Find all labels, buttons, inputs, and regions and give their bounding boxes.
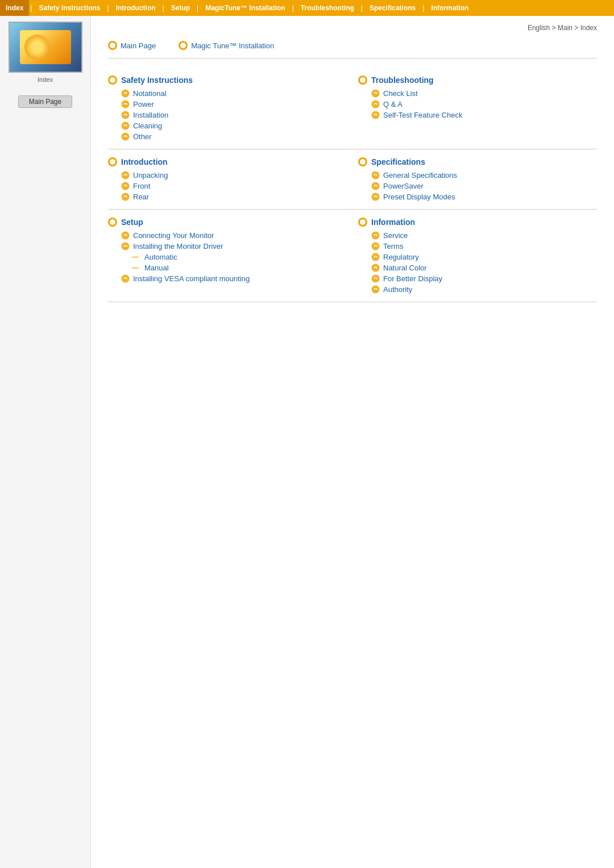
sub-item-2-1[interactable]: Front [121, 181, 335, 190]
top-link-main-page-label: Main Page [121, 41, 156, 50]
nav-sep-3: | [161, 4, 165, 12]
nav-bar: Index | Safety Instructions | Introducti… [0, 0, 614, 16]
magictune-circle-icon [179, 41, 188, 50]
arrow-icon-0-0 [121, 89, 130, 98]
sub-item-label-5-2: Regulatory [383, 253, 419, 261]
nav-item-setup[interactable]: Setup [165, 0, 196, 16]
svg-point-9 [121, 182, 129, 190]
section-block-5: Information Service Terms Regulatory Nat… [352, 210, 597, 302]
arrow-icon-5-3 [371, 263, 380, 272]
arrow-icon-2-0 [121, 170, 130, 180]
sub-item-label-5-0: Service [383, 231, 408, 240]
section-title-text-2: Introduction [121, 157, 168, 166]
sub-item-0-2[interactable]: Installation [121, 110, 335, 119]
svg-point-12 [371, 182, 379, 190]
section-block-4: Setup Connecting Your Monitor Installing… [108, 210, 352, 302]
sub-item-5-5[interactable]: Authority [371, 285, 591, 294]
svg-point-20 [371, 264, 379, 272]
sub-item-5-3[interactable]: Natural Color [371, 263, 591, 272]
arrow-icon-5-4 [371, 274, 380, 283]
top-link-magictune-label: Magic Tune™ Installation [191, 41, 274, 50]
sub-item-0-3[interactable]: Cleaning [121, 121, 335, 130]
section-circle-icon-1 [358, 76, 367, 85]
sub-item-label-0-1: Power [133, 100, 154, 108]
sub-item-label-3-1: PowerSaver [383, 182, 424, 190]
section-title-0[interactable]: Safety Instructions [108, 76, 335, 85]
sub-item-label-4-0: Connecting Your Monitor [133, 231, 214, 240]
top-link-main-page[interactable]: Main Page [108, 41, 156, 50]
nav-item-info[interactable]: Information [425, 0, 474, 16]
section-title-2[interactable]: Introduction [108, 157, 335, 166]
nav-item-index[interactable]: Index [0, 0, 29, 16]
svg-point-1 [121, 100, 129, 108]
sub-item-5-4[interactable]: For Better Display [371, 274, 591, 283]
sub-items-1: Check List Q & A Self-Test Feature Check [371, 89, 591, 119]
sub-item-5-0[interactable]: Service [371, 231, 591, 240]
nav-item-magictune[interactable]: MagicTune™ Installation [200, 0, 291, 16]
arrow-icon-5-2 [371, 252, 380, 261]
sub-item-label-4-2: Automatic [144, 253, 177, 261]
sub-item-3-2[interactable]: Preset Display Modes [371, 192, 591, 201]
arrow-icon-5-0 [371, 231, 380, 240]
sub-item-4-2[interactable]: —Automatic [121, 252, 335, 261]
main-page-button[interactable]: Main Page [18, 95, 72, 108]
sub-item-0-4[interactable]: Other [121, 132, 335, 141]
arrow-icon-4-4 [121, 274, 130, 283]
svg-point-14 [121, 231, 129, 239]
section-title-5[interactable]: Information [358, 218, 591, 227]
nav-sep-2: | [106, 4, 110, 12]
main-layout: Index Main Page English > Main > Index M… [0, 16, 614, 868]
sub-item-label-2-1: Front [133, 182, 150, 190]
sub-item-5-1[interactable]: Terms [371, 241, 591, 251]
nav-item-specs[interactable]: Specifications [364, 0, 421, 16]
svg-point-0 [121, 89, 129, 97]
svg-point-8 [121, 171, 129, 179]
svg-point-18 [371, 242, 379, 250]
arrow-icon-4-0 [121, 231, 130, 240]
section-title-4[interactable]: Setup [108, 218, 335, 227]
top-links-row: Main Page Magic Tune™ Installation [108, 41, 597, 59]
sub-item-1-2[interactable]: Self-Test Feature Check [371, 110, 591, 119]
sub-item-label-2-2: Rear [133, 193, 149, 201]
sub-item-2-2[interactable]: Rear [121, 192, 335, 201]
nav-item-troubleshoot[interactable]: Troubleshooting [295, 0, 360, 16]
svg-point-15 [121, 242, 129, 250]
dash-icon-4-2: — [130, 252, 141, 261]
section-title-1[interactable]: Troubleshooting [358, 76, 591, 85]
nav-sep-5: | [291, 4, 295, 12]
arrow-icon-3-2 [371, 192, 380, 201]
sub-item-4-4[interactable]: Installing VESA compliant mounting [121, 274, 335, 283]
nav-sep-6: | [360, 4, 364, 12]
sub-item-3-0[interactable]: General Specifications [371, 170, 591, 180]
section-title-3[interactable]: Specifications [358, 157, 591, 166]
section-title-text-1: Troubleshooting [371, 76, 434, 85]
sub-items-2: Unpacking Front Rear [121, 170, 335, 201]
sub-item-4-3[interactable]: —Manual [121, 263, 335, 272]
sub-item-1-1[interactable]: Q & A [371, 99, 591, 108]
nav-item-safety[interactable]: Safety Instructions [33, 0, 106, 16]
sub-items-4: Connecting Your Monitor Installing the M… [121, 231, 335, 283]
section-circle-icon-5 [358, 218, 367, 227]
section-block-0: Safety Instructions Notational Power Ins… [108, 68, 352, 149]
nav-sep-4: | [196, 4, 200, 12]
sub-item-0-1[interactable]: Power [121, 99, 335, 108]
sub-item-2-0[interactable]: Unpacking [121, 170, 335, 180]
arrow-icon-3-0 [371, 170, 380, 180]
section-circle-icon-2 [108, 157, 117, 166]
sub-items-3: General Specifications PowerSaver Preset… [371, 170, 591, 201]
sub-item-4-1[interactable]: Installing the Monitor Driver [121, 241, 335, 251]
sections-grid: Safety Instructions Notational Power Ins… [108, 68, 597, 302]
svg-point-3 [121, 122, 129, 130]
section-title-text-0: Safety Instructions [121, 76, 193, 85]
sub-item-3-1[interactable]: PowerSaver [371, 181, 591, 190]
section-circle-icon-4 [108, 218, 117, 227]
svg-point-11 [371, 171, 379, 179]
sub-item-4-0[interactable]: Connecting Your Monitor [121, 231, 335, 240]
sub-item-5-2[interactable]: Regulatory [371, 252, 591, 261]
sub-item-label-1-0: Check List [383, 89, 418, 98]
top-link-magictune[interactable]: Magic Tune™ Installation [179, 41, 274, 50]
sub-item-0-0[interactable]: Notational [121, 89, 335, 98]
sub-item-1-0[interactable]: Check List [371, 89, 591, 98]
sub-item-label-1-2: Self-Test Feature Check [383, 111, 462, 119]
nav-item-intro[interactable]: Introduction [110, 0, 161, 16]
